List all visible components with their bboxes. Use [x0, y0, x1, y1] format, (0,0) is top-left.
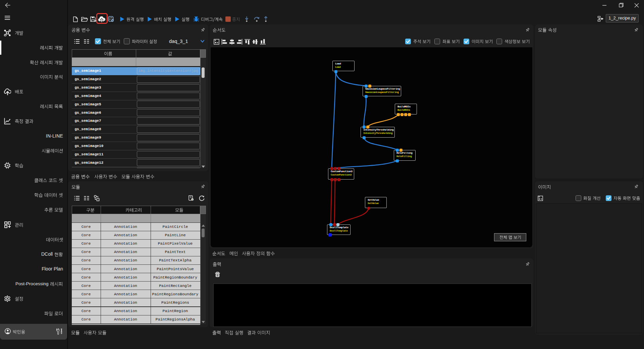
svg-text:i: i: [192, 198, 193, 201]
